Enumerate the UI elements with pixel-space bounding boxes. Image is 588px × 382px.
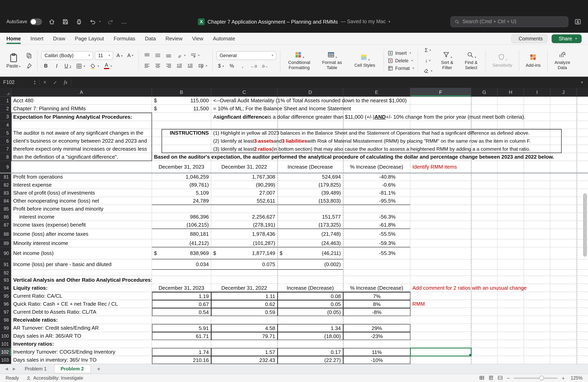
- cell-H82[interactable]: [498, 181, 524, 189]
- cell-E81[interactable]: -40.8%: [343, 173, 410, 181]
- cell-C92[interactable]: [211, 270, 278, 276]
- cell-C2[interactable]: = 10% of ML; For the Balance Sheet and I…: [211, 105, 278, 113]
- column-header-H[interactable]: H: [498, 88, 524, 97]
- wrap-text-button[interactable]: ▾: [189, 51, 201, 59]
- cell-B4[interactable]: [152, 121, 211, 129]
- document-title-area[interactable]: X Chapter 7 Application Assignment – Pla…: [198, 0, 390, 33]
- cell-A85[interactable]: Profit before income taxes and minority: [11, 205, 152, 213]
- cell-B86[interactable]: 986,396: [152, 213, 211, 221]
- cell-H100[interactable]: [498, 332, 524, 340]
- formula-bar-expand-icon[interactable]: ▼: [576, 80, 588, 84]
- cell-D98[interactable]: [278, 316, 343, 324]
- cell-G9[interactable]: [471, 161, 498, 173]
- cell-J90[interactable]: [550, 247, 577, 259]
- cell-I99[interactable]: [524, 324, 550, 332]
- cell-B7[interactable]: [152, 145, 211, 153]
- cell-J91[interactable]: [550, 259, 577, 270]
- decrease-indent-button[interactable]: [175, 61, 184, 70]
- cell-J6[interactable]: [550, 137, 577, 145]
- cell-H81[interactable]: [498, 173, 524, 181]
- zoom-out-button[interactable]: −: [507, 375, 510, 381]
- row-header-98[interactable]: 98: [0, 316, 11, 324]
- cell-I87[interactable]: [524, 221, 550, 229]
- cell-G103[interactable]: [471, 356, 498, 364]
- cell-H83[interactable]: [498, 189, 524, 197]
- add-sheet-button[interactable]: +: [95, 366, 103, 372]
- cell-I3[interactable]: [524, 113, 550, 121]
- cell-A97[interactable]: Current Debt to Assets Ratio: CL/TA: [11, 308, 152, 316]
- cell-B93[interactable]: [152, 276, 211, 284]
- cell-F98[interactable]: [410, 316, 471, 324]
- cell-E88[interactable]: -55.5%: [343, 229, 410, 239]
- cell-J89[interactable]: [550, 239, 577, 247]
- cell-B88[interactable]: 880,181: [152, 229, 211, 239]
- cell-C1[interactable]: <--Overall Audit Materiality (1% of Tota…: [211, 97, 278, 105]
- currency-format-button[interactable]: $▾: [216, 62, 226, 70]
- cell-E98[interactable]: [343, 316, 410, 324]
- cell-G97[interactable]: [471, 308, 498, 316]
- row-header-83[interactable]: 83: [0, 189, 11, 197]
- cell-E89[interactable]: -59.3%: [343, 239, 410, 247]
- cell-J94[interactable]: [550, 284, 577, 292]
- confirm-entry-button[interactable]: ✓: [50, 79, 60, 85]
- cell-H4[interactable]: [498, 121, 524, 129]
- column-header-E[interactable]: E: [343, 88, 410, 97]
- cell-I84[interactable]: [524, 197, 550, 205]
- cell-F86[interactable]: [410, 213, 471, 221]
- cell-E102[interactable]: 11%: [343, 348, 410, 356]
- cell-H9[interactable]: [498, 161, 524, 173]
- cell-G83[interactable]: [471, 189, 498, 197]
- cell-E97[interactable]: -8%: [343, 308, 410, 316]
- cell-C81[interactable]: 1,767,308: [211, 173, 278, 181]
- more-actions-button[interactable]: …: [120, 18, 128, 25]
- cell-D4[interactable]: [278, 121, 343, 129]
- cell-C103[interactable]: 232.43: [211, 356, 278, 364]
- fill-color-button[interactable]: ▾: [88, 62, 101, 70]
- cell-I95[interactable]: [524, 292, 550, 300]
- undo-button[interactable]: [89, 18, 96, 25]
- cell-H97[interactable]: [498, 308, 524, 316]
- cell-D103[interactable]: (22.27): [278, 356, 343, 364]
- cell-I103[interactable]: [524, 356, 550, 364]
- cell-C4[interactable]: [211, 121, 278, 129]
- format-painter-button[interactable]: [24, 61, 34, 70]
- cell-F4[interactable]: [410, 121, 471, 129]
- cell-B87[interactable]: (106,215): [152, 221, 211, 229]
- cell-F94[interactable]: Add comment for 2 ratios with an unusual…: [410, 284, 471, 292]
- cell-J102[interactable]: [550, 348, 577, 356]
- cell-A1[interactable]: Acct 480: [11, 97, 152, 105]
- cell-J84[interactable]: [550, 197, 577, 205]
- italic-button[interactable]: I: [52, 62, 61, 70]
- cell-A6[interactable]: client's business or economy between 202…: [11, 137, 152, 145]
- cell-H99[interactable]: [498, 324, 524, 332]
- cell-H87[interactable]: [498, 221, 524, 229]
- align-middle-button[interactable]: [153, 51, 162, 59]
- number-format-select[interactable]: General▾: [216, 51, 276, 60]
- cell-G96[interactable]: [471, 300, 498, 308]
- redo-button[interactable]: [106, 18, 114, 25]
- percent-format-button[interactable]: %: [227, 62, 236, 70]
- cell-G92[interactable]: [471, 270, 498, 276]
- column-header-I[interactable]: I: [524, 88, 550, 97]
- cell-E9[interactable]: % Increase (Decrease): [343, 161, 410, 173]
- cell-B95[interactable]: 1.19: [152, 292, 211, 300]
- bold-button[interactable]: B: [41, 62, 50, 70]
- column-header-B[interactable]: B: [152, 88, 211, 97]
- cell-C96[interactable]: 0.62: [211, 300, 278, 308]
- cell-E103[interactable]: -10%: [343, 356, 410, 364]
- name-box-stepper-icon[interactable]: ▲▼: [33, 79, 36, 85]
- decrease-decimal-button[interactable]: .0→: [260, 62, 270, 70]
- row-header-99[interactable]: 99: [0, 324, 11, 332]
- cell-E101[interactable]: [343, 340, 410, 348]
- format-cells-button[interactable]: Format▾: [388, 65, 414, 71]
- cell-C97[interactable]: 0.59: [211, 308, 278, 316]
- ribbon-tab-data[interactable]: Data: [145, 33, 156, 44]
- copy-button[interactable]: [24, 51, 34, 59]
- cell-D95[interactable]: 0.08: [278, 292, 343, 300]
- cell-H1[interactable]: [498, 97, 524, 105]
- cell-B99[interactable]: 5.91: [152, 324, 211, 332]
- cell-C99[interactable]: 4.58: [211, 324, 278, 332]
- row-header-101[interactable]: 101: [0, 340, 11, 348]
- cell-A103[interactable]: Days sales in inventory: 365/ Inv TO: [11, 356, 152, 364]
- cell-C87[interactable]: (278,191): [211, 221, 278, 229]
